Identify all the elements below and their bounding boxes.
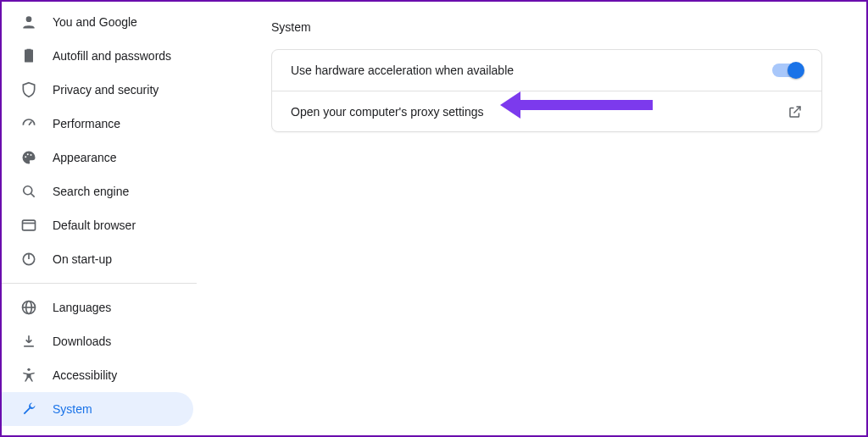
sidebar-item-on-startup[interactable]: On start-up: [2, 242, 193, 276]
sidebar-item-appearance[interactable]: Appearance: [2, 141, 193, 174]
clipboard-icon: [20, 47, 37, 64]
toggle-hardware-acceleration[interactable]: [772, 64, 803, 77]
sidebar-item-label: Appearance: [53, 151, 117, 164]
svg-point-6: [31, 154, 32, 156]
sidebar-item-system[interactable]: System: [2, 392, 193, 426]
sidebar-item-label: You and Google: [53, 15, 137, 29]
svg-point-4: [25, 156, 26, 158]
sidebar-item-default-browser[interactable]: Default browser: [2, 208, 193, 242]
accessibility-icon: [20, 367, 37, 384]
browser-icon: [20, 217, 37, 234]
sidebar-item-reset-settings[interactable]: Reset settings: [2, 426, 193, 437]
svg-point-17: [27, 368, 30, 371]
svg-rect-3: [27, 58, 30, 58]
svg-point-0: [26, 16, 32, 22]
sidebar-item-label: Downloads: [53, 335, 111, 348]
sidebar-item-label: Languages: [53, 301, 111, 314]
shield-icon: [20, 81, 37, 98]
svg-rect-1: [27, 53, 31, 54]
section-title: System: [271, 20, 822, 34]
svg-line-8: [31, 194, 35, 197]
sidebar-item-search-engine[interactable]: Search engine: [2, 174, 193, 208]
palette-icon: [20, 149, 37, 166]
sidebar-item-label: System: [53, 402, 92, 416]
search-icon: [20, 183, 37, 200]
sidebar-item-languages[interactable]: Languages: [2, 290, 193, 324]
globe-icon: [20, 299, 37, 316]
system-settings-card: Use hardware acceleration when available…: [271, 49, 822, 132]
sidebar-item-label: Accessibility: [53, 368, 117, 382]
settings-main: System Use hardware acceleration when av…: [205, 2, 866, 435]
svg-point-7: [24, 186, 32, 195]
sidebar-item-label: Performance: [53, 117, 120, 130]
sidebar-item-label: Search engine: [53, 185, 129, 198]
speed-icon: [20, 115, 37, 132]
sidebar-item-privacy[interactable]: Privacy and security: [2, 73, 193, 107]
toggle-knob: [787, 62, 804, 79]
sidebar-item-autofill[interactable]: Autofill and passwords: [2, 39, 193, 73]
svg-point-5: [27, 153, 29, 155]
sidebar-item-label: Autofill and passwords: [53, 49, 171, 63]
svg-rect-2: [27, 55, 31, 56]
person-icon: [20, 14, 37, 30]
sidebar-item-you-and-google[interactable]: You and Google: [2, 5, 193, 39]
sidebar-item-label: Privacy and security: [53, 83, 159, 97]
download-icon: [20, 333, 37, 350]
sidebar-divider: [2, 283, 197, 284]
sidebar-item-accessibility[interactable]: Accessibility: [2, 358, 193, 392]
settings-sidebar: You and Google Autofill and passwords Pr…: [2, 2, 205, 435]
row-proxy-settings[interactable]: Open your computer's proxy settings: [272, 91, 821, 131]
sidebar-item-label: On start-up: [53, 252, 112, 266]
sidebar-item-label: Default browser: [53, 218, 136, 232]
power-icon: [20, 251, 37, 268]
wrench-icon: [20, 401, 37, 418]
svg-rect-9: [23, 220, 36, 230]
row-label: Open your computer's proxy settings: [291, 105, 484, 119]
external-link-icon: [787, 104, 803, 119]
sidebar-item-downloads[interactable]: Downloads: [2, 324, 193, 358]
sidebar-item-performance[interactable]: Performance: [2, 107, 193, 141]
row-label: Use hardware acceleration when available: [291, 64, 514, 77]
row-hardware-acceleration[interactable]: Use hardware acceleration when available: [272, 50, 821, 91]
